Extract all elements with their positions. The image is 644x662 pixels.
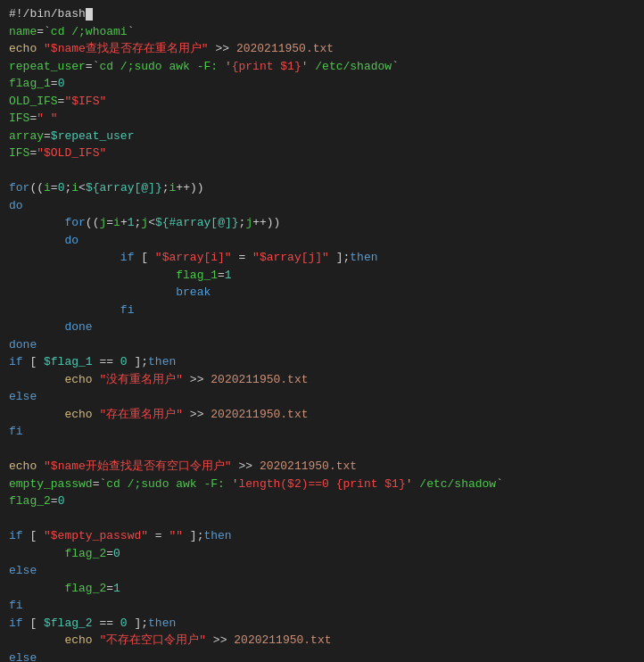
line-done1: done bbox=[9, 319, 635, 336]
line-else1: else bbox=[9, 388, 635, 406]
line-done2: done bbox=[9, 336, 635, 354]
line-blank1 bbox=[9, 162, 635, 180]
line-ifs-old: IFS="$OLD_IFS" bbox=[9, 145, 635, 162]
code-container: #!/bin/bash name=`cd /;whoami` echo "$na… bbox=[0, 0, 644, 662]
line-echo-yes-repeat: echo "存在重名用户" >> 2020211950.txt bbox=[9, 406, 635, 424]
line-for1: for((i=0;i<${array[@]};i++)) bbox=[9, 179, 635, 197]
line-array: array=$repeat_user bbox=[9, 128, 635, 145]
line-shebang: #!/bin/bash bbox=[9, 5, 635, 23]
line-else2: else bbox=[9, 562, 635, 580]
line-else3: else bbox=[9, 650, 635, 663]
line-if2: if [ $flag_1 == 0 ];then bbox=[9, 353, 635, 371]
line-flag1: flag_1=0 bbox=[9, 75, 635, 93]
line-break: break bbox=[9, 284, 635, 302]
line-blank3 bbox=[9, 510, 635, 528]
line-oldifs: OLD_IFS="$IFS" bbox=[9, 93, 635, 111]
line-echo-no-empty: echo "不存在空口令用户" >> 2020211950.txt bbox=[9, 632, 635, 650]
line-flag2-set0: flag_2=0 bbox=[9, 545, 635, 563]
line-do1: do bbox=[9, 197, 635, 215]
line-flag2: flag_2=0 bbox=[9, 492, 635, 510]
line-flag2-set1: flag_2=1 bbox=[9, 580, 635, 598]
line-fi1: fi bbox=[9, 302, 635, 319]
line-repeat-user: repeat_user=`cd /;sudo awk -F: '{print $… bbox=[9, 58, 635, 76]
line-echo-empty-start: echo "$name开始查找是否有空口令用户" >> 2020211950.t… bbox=[9, 458, 635, 476]
line-do2: do bbox=[9, 232, 635, 250]
line-blank2 bbox=[9, 441, 635, 459]
line-fi3: fi bbox=[9, 597, 635, 615]
line-echo1: echo "$name查找是否存在重名用户" >> 2020211950.txt bbox=[9, 40, 635, 58]
line-if1: if [ "$array[i]" = "$array[j]" ];then bbox=[9, 249, 635, 267]
line-if4: if [ $flag_2 == 0 ];then bbox=[9, 615, 635, 633]
line-flag1-set: flag_1=1 bbox=[9, 267, 635, 285]
line-for2: for((j=i+1;j<${#array[@]};j++)) bbox=[9, 214, 635, 232]
line-name: name=`cd /;whoami` bbox=[9, 23, 635, 41]
line-empty-passwd: empty_passwd=`cd /;sudo awk -F: 'length(… bbox=[9, 476, 635, 493]
line-if3: if [ "$empty_passwd" = "" ];then bbox=[9, 527, 635, 545]
line-echo-no-repeat: echo "没有重名用户" >> 2020211950.txt bbox=[9, 371, 635, 389]
line-ifs: IFS=" " bbox=[9, 110, 635, 128]
line-fi2: fi bbox=[9, 423, 635, 441]
